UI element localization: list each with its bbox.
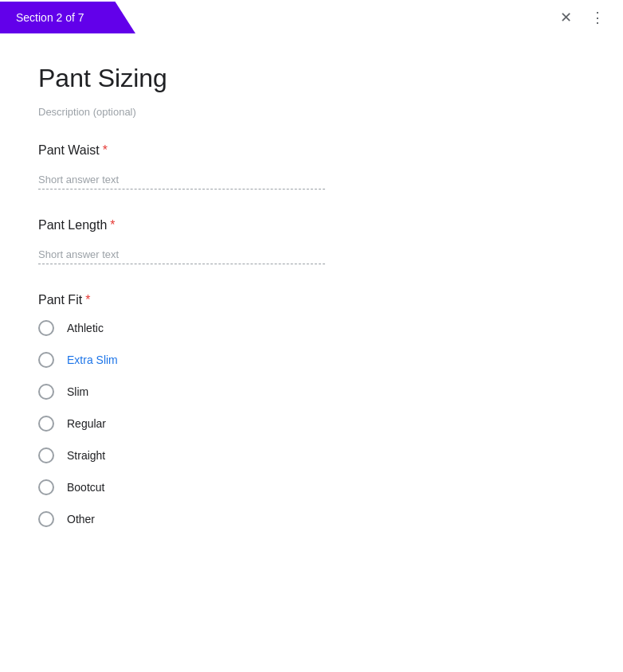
radio-circle: [38, 320, 54, 336]
radio-label: Slim: [67, 385, 88, 398]
pant-fit-options: AthleticExtra SlimSlimRegularStraightBoo…: [38, 320, 585, 527]
pant-waist-group: Pant Waist *: [38, 143, 585, 189]
radio-label: Straight: [67, 449, 105, 462]
radio-label: Other: [67, 513, 95, 525]
collapse-button[interactable]: ✕: [553, 5, 578, 30]
collapse-icon: ✕: [560, 9, 572, 26]
section-banner: Section 2 of 7: [0, 2, 135, 33]
radio-label: Regular: [67, 417, 106, 430]
radio-option[interactable]: Regular: [38, 416, 585, 432]
radio-circle: [38, 479, 54, 495]
pant-fit-group: Pant Fit * AthleticExtra SlimSlimRegular…: [38, 293, 585, 527]
radio-circle: [38, 416, 54, 432]
more-options-button[interactable]: ⋮: [585, 5, 610, 30]
radio-option[interactable]: Extra Slim: [38, 352, 585, 368]
page-title: Pant Sizing: [38, 64, 585, 93]
pant-fit-required: *: [85, 293, 90, 307]
radio-circle: [38, 352, 54, 368]
top-bar: Section 2 of 7 ✕ ⋮: [0, 0, 623, 35]
description-field[interactable]: Description (optional): [38, 106, 585, 118]
radio-option[interactable]: Bootcut: [38, 479, 585, 495]
pant-waist-required: *: [103, 143, 108, 158]
pant-length-group: Pant Length *: [38, 218, 585, 264]
radio-label: Extra Slim: [67, 354, 118, 366]
radio-label: Bootcut: [67, 481, 104, 494]
pant-length-label: Pant Length *: [38, 218, 585, 232]
radio-option[interactable]: Athletic: [38, 320, 585, 336]
pant-fit-label: Pant Fit *: [38, 293, 585, 307]
radio-circle: [38, 447, 54, 463]
radio-option[interactable]: Slim: [38, 384, 585, 400]
pant-waist-label: Pant Waist *: [38, 143, 585, 158]
form-card: Section 2 of 7 ✕ ⋮ Pant Sizing Descripti…: [0, 0, 623, 672]
radio-circle: [38, 384, 54, 400]
radio-option[interactable]: Other: [38, 511, 585, 527]
pant-length-input[interactable]: [38, 245, 325, 264]
section-label: Section 2 of 7: [16, 11, 84, 24]
pant-length-required: *: [110, 218, 115, 232]
pant-waist-input[interactable]: [38, 170, 325, 189]
more-icon: ⋮: [590, 9, 605, 26]
radio-option[interactable]: Straight: [38, 447, 585, 463]
top-actions: ✕ ⋮: [553, 5, 623, 30]
form-content: Pant Sizing Description (optional) Pant …: [0, 35, 623, 588]
radio-circle: [38, 511, 54, 527]
radio-label: Athletic: [67, 322, 104, 334]
